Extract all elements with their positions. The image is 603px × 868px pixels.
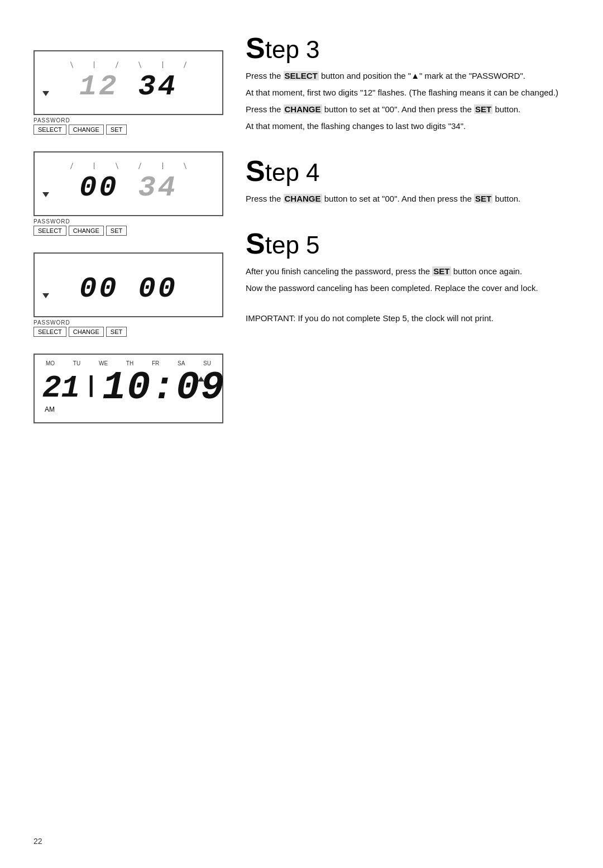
clock-display-2: 00 34 PASSWORD SELECT CHANGE SET: [34, 151, 223, 236]
time-display: 10:09: [102, 369, 225, 408]
triangle-down-3: [42, 293, 49, 298]
triangle-down-2: [42, 192, 49, 197]
step-3-block: Step 3 Press the SELECT button and posit…: [246, 34, 570, 136]
set-btn-2[interactable]: SET: [106, 226, 127, 236]
step-4-text: Press the CHANGE button to set at "00". …: [246, 192, 570, 209]
clock-label-3: PASSWORD: [34, 319, 223, 326]
clock-display-1: 12 34 PASSWORD SELECT CHANGE SET: [34, 50, 223, 135]
set-btn-3[interactable]: SET: [106, 327, 127, 337]
select-btn-3[interactable]: SELECT: [34, 327, 66, 337]
change-btn-2[interactable]: CHANGE: [69, 226, 104, 236]
change-btn-3[interactable]: CHANGE: [69, 327, 104, 337]
clock-display-3: 00 00 PASSWORD SELECT CHANGE SET: [34, 252, 223, 337]
step-4-heading: Step 4: [246, 156, 570, 185]
step-3-text: Press the SELECT button and position the…: [246, 69, 570, 136]
right-column: Step 3 Press the SELECT button and posit…: [246, 34, 570, 423]
left-column: 12 34 PASSWORD SELECT CHANGE SET: [34, 34, 223, 423]
clock-screen-3: 00 00: [45, 270, 212, 306]
clock-label-2: PASSWORD: [34, 218, 223, 225]
select-btn-1[interactable]: SELECT: [34, 125, 66, 135]
clock-large-screen: 21 | 10:09: [42, 369, 214, 408]
clock-display-4: MOTUWETHFRSASU 21 | 10:09 AM: [34, 354, 223, 423]
set-btn-1[interactable]: SET: [106, 125, 127, 135]
page-number: 22: [34, 837, 42, 846]
step-5-block: Step 5 After you finish canceling the pa…: [246, 229, 570, 328]
step-3-heading: Step 3: [246, 34, 570, 63]
date-display: 21: [42, 373, 80, 404]
step-4-block: Step 4 Press the CHANGE button to set at…: [246, 156, 570, 209]
triangle-down-1: [42, 91, 49, 96]
clock-label-1: PASSWORD: [34, 117, 223, 123]
change-btn-1[interactable]: CHANGE: [69, 125, 104, 135]
clock-screen-1: 12 34: [45, 68, 212, 104]
step-5-text: After you finish canceling the password,…: [246, 265, 570, 328]
step-5-heading: Step 5: [246, 229, 570, 258]
select-btn-2[interactable]: SELECT: [34, 226, 66, 236]
clock-screen-2: 00 34: [45, 169, 212, 205]
triangle-up-4: [198, 376, 204, 381]
